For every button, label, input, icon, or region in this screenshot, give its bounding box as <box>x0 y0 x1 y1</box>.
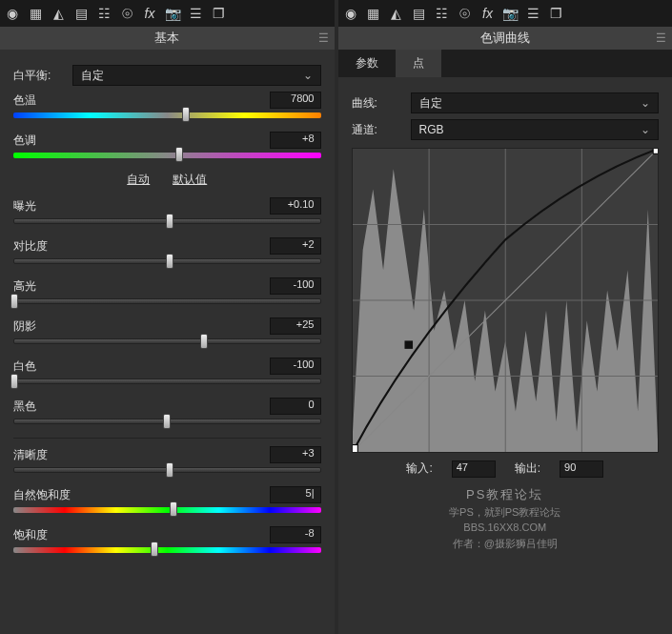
exposure-value[interactable]: +0.10 <box>270 197 321 215</box>
slider-whites: 白色-100 <box>13 358 321 384</box>
toolbar-left: ◉ ▦ ◭ ▤ ☷ ⦾ fx 📷 ☰ ❐ <box>0 0 335 27</box>
temp-label: 色温 <box>13 92 36 109</box>
tab-param[interactable]: 参数 <box>338 50 396 77</box>
split-icon[interactable]: ▤ <box>411 5 428 22</box>
slider-exposure: 曝光+0.10 <box>13 197 321 224</box>
panel-menu-icon[interactable]: ☰ <box>656 31 666 45</box>
whites-value[interactable]: -100 <box>270 358 321 375</box>
slider-highlights: 高光-100 <box>13 277 321 304</box>
grid-icon[interactable]: ▦ <box>365 5 382 22</box>
lens-icon[interactable]: ⦾ <box>118 5 135 22</box>
camera-icon[interactable]: 📷 <box>502 5 519 22</box>
default-link[interactable]: 默认值 <box>173 172 207 188</box>
curve-point <box>404 340 413 348</box>
vibrance-track[interactable] <box>13 507 321 513</box>
split-icon[interactable]: ▤ <box>72 5 90 22</box>
saturation-value[interactable]: -8 <box>270 526 321 543</box>
auto-link[interactable]: 自动 <box>127 172 150 188</box>
lens-icon[interactable]: ⦾ <box>457 5 474 22</box>
input-label: 输入: <box>406 460 432 478</box>
fx-icon[interactable]: fx <box>479 5 497 22</box>
panel-title-curve: 色调曲线 ☰ <box>338 27 673 50</box>
slider-saturation: 饱和度-8 <box>13 526 321 553</box>
panel-title-basic: 基本 ☰ <box>0 27 335 50</box>
camera-icon[interactable]: 📷 <box>164 5 181 22</box>
presets-icon[interactable]: ☰ <box>187 5 204 22</box>
contrast-track[interactable] <box>13 258 321 264</box>
snapshots-icon[interactable]: ❐ <box>548 5 565 22</box>
hsl-icon[interactable]: ☷ <box>434 5 451 22</box>
io-row: 输入: 47 输出: 90 <box>352 460 660 478</box>
clarity-value[interactable]: +3 <box>270 446 321 463</box>
tint-value[interactable]: +8 <box>270 132 321 149</box>
tint-track[interactable] <box>13 153 321 158</box>
aperture-icon[interactable]: ◉ <box>342 5 359 22</box>
toolbar-right: ◉ ▦ ◭ ▤ ☷ ⦾ fx 📷 ☰ ❐ <box>338 0 673 27</box>
presets-icon[interactable]: ☰ <box>525 5 542 22</box>
grid-icon[interactable]: ▦ <box>27 5 44 22</box>
vibrance-value[interactable]: 5| <box>270 486 321 503</box>
temp-track[interactable] <box>13 112 321 118</box>
saturation-track[interactable] <box>13 547 321 553</box>
divider <box>13 438 321 439</box>
slider-shadows: 阴影+25 <box>13 317 321 344</box>
temp-value[interactable]: 7800 <box>270 92 321 109</box>
slider-blacks: 黑色0 <box>13 398 321 424</box>
curve-label: 曲线: <box>352 95 411 112</box>
slider-temp: 色温7800 <box>13 92 321 118</box>
blacks-value[interactable]: 0 <box>270 398 321 415</box>
slider-contrast: 对比度+2 <box>13 237 321 264</box>
basic-panel: ◉ ▦ ◭ ▤ ☷ ⦾ fx 📷 ☰ ❐ 基本 ☰ 白平衡: 自定 色温7800… <box>0 0 335 634</box>
clarity-track[interactable] <box>13 467 321 473</box>
title-text: 基本 <box>154 30 179 47</box>
snapshots-icon[interactable]: ❐ <box>210 5 227 22</box>
aperture-icon[interactable]: ◉ <box>4 5 21 22</box>
curve-tabs: 参数 点 <box>338 50 673 77</box>
whites-track[interactable] <box>13 378 321 384</box>
tint-label: 色调 <box>13 133 36 149</box>
curve-dropdown[interactable]: 自定 <box>411 92 660 113</box>
wb-dropdown[interactable]: 自定 <box>72 65 321 86</box>
channel-label: 通道: <box>352 122 411 138</box>
slider-vibrance: 自然饱和度5| <box>13 486 321 513</box>
slider-tint: 色调+8 <box>13 132 321 158</box>
detail-icon[interactable]: ◭ <box>50 5 67 22</box>
output-value[interactable]: 90 <box>560 460 603 478</box>
input-value[interactable]: 47 <box>452 460 496 478</box>
tab-point[interactable]: 点 <box>396 50 441 77</box>
detail-icon[interactable]: ◭ <box>388 5 405 22</box>
contrast-value[interactable]: +2 <box>270 237 321 255</box>
output-label: 输出: <box>515 460 540 478</box>
slider-clarity: 清晰度+3 <box>13 446 321 473</box>
blacks-track[interactable] <box>13 419 321 424</box>
watermark: PS教程论坛 学PS，就到PS教程论坛 BBS.16XX8.COM 作者：@摄影… <box>352 485 660 551</box>
curve-panel: ◉ ▦ ◭ ▤ ☷ ⦾ fx 📷 ☰ ❐ 色调曲线 ☰ 参数 点 曲线: 自定 … <box>338 0 673 634</box>
shadows-track[interactable] <box>13 338 321 344</box>
shadows-value[interactable]: +25 <box>270 317 321 335</box>
highlights-value[interactable]: -100 <box>270 277 321 295</box>
fx-icon[interactable]: fx <box>141 5 158 22</box>
channel-dropdown[interactable]: RGB <box>411 119 660 140</box>
exposure-track[interactable] <box>13 218 321 224</box>
svg-rect-9 <box>653 149 658 153</box>
panel-menu-icon[interactable]: ☰ <box>318 31 329 45</box>
temp-thumb[interactable] <box>182 107 190 122</box>
hsl-icon[interactable]: ☷ <box>95 5 112 22</box>
svg-rect-8 <box>353 445 357 452</box>
highlights-track[interactable] <box>13 298 321 304</box>
tint-thumb[interactable] <box>175 147 183 162</box>
curve-editor[interactable] <box>352 148 660 453</box>
wb-label: 白平衡: <box>13 68 72 84</box>
